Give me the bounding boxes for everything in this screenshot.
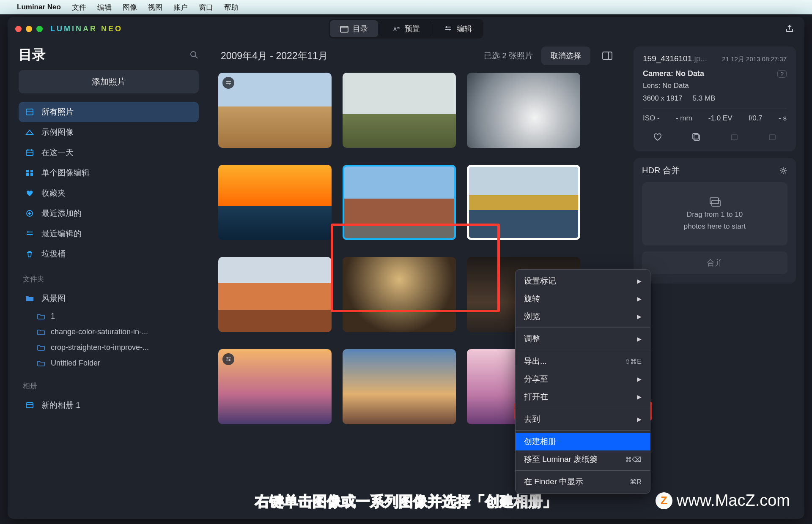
sidebar-item-2[interactable]: 在这一天 (19, 142, 199, 163)
folders-root[interactable]: 风景图 (19, 288, 199, 308)
chevron-right-icon: ▶ (637, 416, 642, 423)
tab-presets[interactable]: 预置 (382, 20, 430, 37)
app-window: LUMINAR NEO 目录 预置 编辑 目录 (8, 17, 804, 519)
rotate-cw-button[interactable] (762, 130, 782, 144)
ctx-item-8[interactable]: 打开在▶ (516, 388, 650, 406)
svg-rect-10 (26, 403, 33, 408)
thumbnail-6[interactable] (218, 257, 332, 332)
recent-add-icon (25, 210, 35, 217)
macos-menubar: Luminar Neo 文件 编辑 图像 视图 账户 窗口 帮助 (0, 0, 812, 14)
sidebar-item-0[interactable]: 所有照片 (19, 102, 199, 122)
menu-image[interactable]: 图像 (123, 3, 137, 12)
ctx-item-7[interactable]: 分享至▶ (516, 370, 650, 388)
panel-toggle-icon (602, 52, 612, 60)
thumbnail-10[interactable] (343, 349, 456, 424)
copy-button[interactable] (686, 130, 706, 144)
help-icon[interactable]: ? (777, 70, 787, 78)
add-photos-button[interactable]: 添加照片 (19, 70, 199, 93)
thumbnail-0[interactable] (218, 73, 332, 148)
menu-help[interactable]: 帮助 (224, 3, 239, 12)
svg-rect-17 (710, 198, 719, 204)
minimize-window-button[interactable] (26, 26, 32, 32)
thumbnail-1[interactable] (343, 73, 456, 148)
hdr-drop-zone[interactable]: Drag from 1 to 10 photos here to start (642, 182, 787, 246)
ctx-label: 在 Finder 中显示 (524, 476, 583, 487)
thumbnail-5[interactable] (467, 165, 580, 240)
album-item-0[interactable]: 新的相册 1 (19, 395, 199, 415)
folder-item-3[interactable]: Untitled Folder (19, 355, 199, 371)
hdr-title: HDR 合并 (642, 165, 680, 176)
gear-icon[interactable] (779, 166, 787, 175)
thumbnail-7[interactable] (343, 257, 456, 332)
share-button[interactable] (782, 22, 797, 36)
exif-s: - s (779, 114, 787, 123)
folder-icon (37, 329, 45, 335)
ctx-label: 旋转 (524, 293, 540, 304)
menu-account[interactable]: 账户 (173, 3, 188, 12)
thumbnail-2[interactable] (467, 73, 580, 148)
selection-count: 已选 2 张照片 (484, 50, 533, 61)
sidebar-item-label: 垃圾桶 (41, 248, 66, 259)
ctx-item-10[interactable]: 去到▶ (516, 410, 650, 428)
album-icon (25, 402, 35, 409)
ctx-item-13[interactable]: 移至 Luminar 废纸篓⌘⌫ (516, 450, 650, 468)
svg-rect-14 (731, 135, 737, 140)
menu-file[interactable]: 文件 (72, 3, 86, 12)
filesize: 5.3 MB (693, 94, 716, 103)
folder-icon (25, 295, 35, 302)
watermark-badge: Z (656, 492, 672, 509)
sidebar-item-1[interactable]: 示例图像 (19, 122, 199, 142)
sliders-icon (444, 25, 453, 33)
folder-item-2[interactable]: crop-straighten-to-improve-... (19, 340, 199, 355)
app-logo: LUMINAR NEO (50, 25, 123, 33)
info-panel: 159_4316101.jp... 21 12月 2013 08:27:37 C… (627, 41, 804, 519)
svg-rect-4 (26, 150, 33, 156)
share-icon (785, 24, 794, 33)
sidebar-item-4[interactable]: 收藏夹 (19, 183, 199, 203)
ctx-label: 创建相册 (524, 436, 556, 447)
mode-tabs: 目录 预置 编辑 (329, 19, 483, 38)
ctx-item-4[interactable]: 调整▶ (516, 330, 650, 348)
sidebar-item-5[interactable]: 最近添加的 (19, 203, 199, 224)
sidebar-item-7[interactable]: 垃圾桶 (19, 244, 199, 264)
thumbnail-4[interactable] (343, 165, 456, 240)
svg-rect-18 (712, 200, 720, 206)
svg-rect-2 (26, 109, 33, 115)
search-icon[interactable] (189, 50, 199, 60)
folder-item-0[interactable]: 1 (19, 308, 199, 324)
photos-icon (25, 108, 35, 116)
deselect-button[interactable]: 取消选择 (541, 46, 590, 65)
layout-toggle[interactable] (599, 47, 616, 64)
ctx-label: 移至 Luminar 废纸篓 (524, 454, 598, 465)
folder-item-1[interactable]: change-color-saturation-in-... (19, 324, 199, 340)
ctx-label: 去到 (524, 414, 540, 425)
ctx-label: 浏览 (524, 311, 540, 322)
ctx-item-12[interactable]: 创建相册 (516, 433, 650, 450)
rotate-ccw-button[interactable] (724, 130, 744, 144)
ctx-item-1[interactable]: 旋转▶ (516, 290, 650, 308)
menubar-appname[interactable]: Luminar Neo (17, 3, 61, 11)
menu-view[interactable]: 视图 (148, 3, 162, 12)
thumbnail-3[interactable] (218, 165, 332, 240)
zoom-window-button[interactable] (36, 26, 43, 32)
ctx-item-2[interactable]: 浏览▶ (516, 308, 650, 325)
tab-catalog[interactable]: 目录 (330, 20, 378, 37)
menu-window[interactable]: 窗口 (199, 3, 213, 12)
ctx-item-15[interactable]: 在 Finder 中显示⌘R (516, 473, 650, 491)
svg-point-1 (191, 52, 196, 57)
close-window-button[interactable] (15, 26, 22, 32)
chevron-right-icon: ▶ (637, 376, 642, 382)
tab-edit[interactable]: 编辑 (434, 20, 482, 37)
folders-section-label: 文件夹 (23, 274, 199, 284)
watermark-text: www.MacZ.com (677, 491, 790, 510)
sidebar-item-6[interactable]: 最近编辑的 (19, 224, 199, 244)
metadata-card: 159_4316101.jp... 21 12月 2013 08:27:37 C… (634, 46, 796, 151)
thumbnail-9[interactable] (218, 349, 332, 424)
menu-edit[interactable]: 编辑 (97, 3, 112, 12)
ctx-item-6[interactable]: 导出...⇧⌘E (516, 352, 650, 370)
hdr-merge-button[interactable]: 合并 (642, 251, 787, 274)
favorite-button[interactable] (647, 130, 668, 144)
svg-rect-0 (340, 26, 348, 32)
sidebar-item-3[interactable]: 单个图像编辑 (19, 163, 199, 183)
ctx-item-0[interactable]: 设置标记▶ (516, 272, 650, 290)
